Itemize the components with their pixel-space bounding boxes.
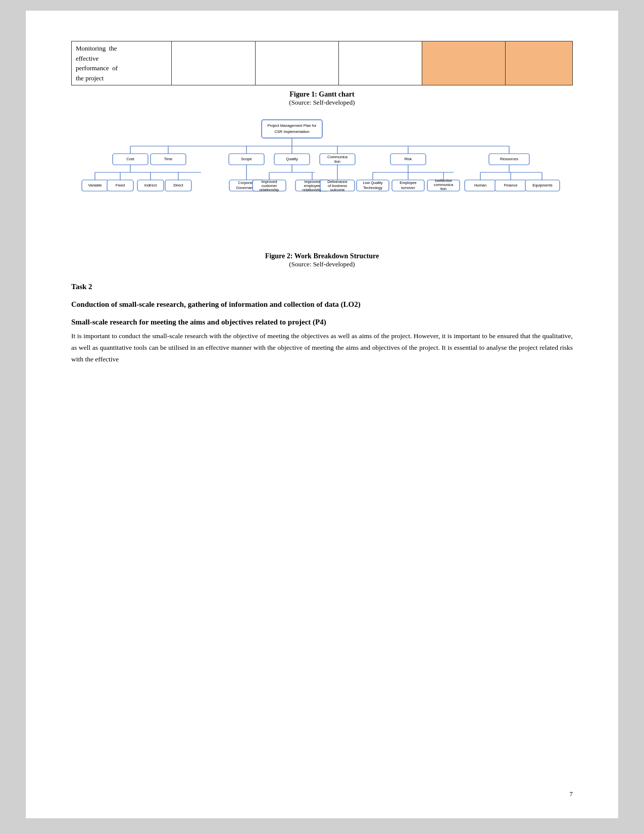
figure2-title: Figure 2: Work Breakdown Structure xyxy=(71,252,573,260)
gantt-row-text: Monitoring theeffectiveperformance ofthe… xyxy=(76,43,167,83)
svg-text:relationship: relationship xyxy=(259,188,278,192)
figure1-caption: Figure 1: Gantt chart (Source: Self-deve… xyxy=(71,90,573,107)
figure1-title: Figure 1: Gantt chart xyxy=(71,90,573,99)
svg-text:Employee: Employee xyxy=(400,180,416,185)
svg-text:Technology: Technology xyxy=(363,186,382,190)
svg-text:outcome: outcome xyxy=(330,188,344,192)
task2-heading: Task 2 xyxy=(71,283,573,291)
task2-subheading1: Conduction of small-scale research, gath… xyxy=(71,300,573,309)
gantt-cell-4 xyxy=(422,41,506,85)
svg-text:turnover: turnover xyxy=(401,186,415,190)
task2-body: It is important to conduct the small-sca… xyxy=(71,331,573,365)
figure1-source: (Source: Self-developed) xyxy=(71,99,573,107)
wbs-diagram-container: .box { fill: white; stroke: #4472C4; str… xyxy=(71,116,573,247)
page-number: 7 xyxy=(570,790,573,798)
svg-text:Cost: Cost xyxy=(126,157,134,161)
svg-text:tion: tion xyxy=(440,187,446,191)
svg-text:Equipments: Equipments xyxy=(532,183,553,188)
svg-text:Human: Human xyxy=(474,183,486,188)
svg-text:CSR Implementation: CSR Implementation xyxy=(274,129,309,134)
svg-text:Risk: Risk xyxy=(404,157,412,161)
task2-subheading2: Small-scale research for meeting the aim… xyxy=(71,318,573,327)
svg-text:Project Management Plan for: Project Management Plan for xyxy=(267,123,317,128)
svg-text:Resources: Resources xyxy=(500,157,518,161)
gantt-table: Monitoring theeffectiveperformance ofthe… xyxy=(71,41,573,85)
svg-text:Finance: Finance xyxy=(504,183,517,188)
svg-text:tion: tion xyxy=(334,159,340,164)
gantt-cell-2 xyxy=(255,41,338,85)
svg-text:Time: Time xyxy=(164,157,172,161)
gantt-cell-5 xyxy=(506,41,573,85)
gantt-cell-1 xyxy=(172,41,255,85)
figure2-caption: Figure 2: Work Breakdown Structure (Sour… xyxy=(71,252,573,268)
svg-text:Direct: Direct xyxy=(173,183,184,188)
svg-text:Communica: Communica xyxy=(327,155,348,159)
figure2-source: (Source: Self-developed) xyxy=(71,260,573,268)
svg-text:relationship: relationship xyxy=(302,188,321,192)
svg-text:Quality: Quality xyxy=(286,157,298,161)
svg-text:Low Quality: Low Quality xyxy=(363,180,382,185)
wbs-svg: .box { fill: white; stroke: #4472C4; str… xyxy=(80,116,565,247)
svg-text:Scope: Scope xyxy=(241,157,252,161)
gantt-cell-3 xyxy=(338,41,422,85)
gantt-label: Monitoring theeffectiveperformance ofthe… xyxy=(72,41,172,85)
page: Monitoring theeffectiveperformance ofthe… xyxy=(25,10,619,819)
svg-text:Indirect: Indirect xyxy=(144,183,157,188)
svg-text:Fixed: Fixed xyxy=(115,183,124,188)
svg-text:Variable: Variable xyxy=(88,183,102,188)
